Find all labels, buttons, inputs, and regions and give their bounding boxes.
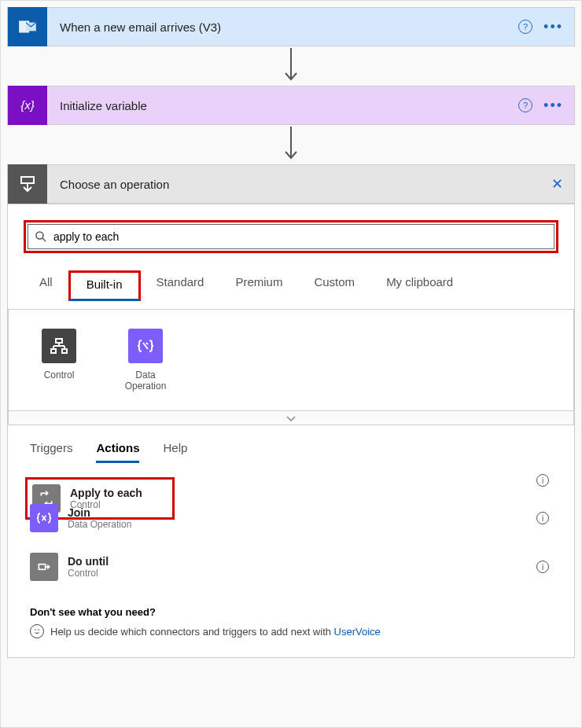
data-operation-icon <box>128 329 163 363</box>
connector-control-label: Control <box>28 370 90 381</box>
action-do-until[interactable]: Do until Control i <box>30 546 552 587</box>
action-subtitle: Data Operation <box>68 519 131 530</box>
tab-actions[interactable]: Actions <box>96 441 139 463</box>
help-icon[interactable]: ? <box>518 98 532 112</box>
svg-rect-5 <box>21 177 34 183</box>
info-icon[interactable]: i <box>536 512 549 524</box>
info-icon[interactable]: i <box>536 561 549 573</box>
do-until-icon <box>30 553 58 581</box>
svg-text:{x}: {x} <box>20 98 35 112</box>
tab-built-in[interactable]: Built-in <box>68 270 141 301</box>
action-list: Apply to each Control i Join Data Operat… <box>8 463 574 587</box>
tab-all[interactable]: All <box>24 270 68 301</box>
choose-operation-title: Choose an operation <box>47 178 551 191</box>
operation-panel: All Built-in Standard Premium Custom My … <box>7 204 575 658</box>
control-icon <box>42 329 76 363</box>
svg-point-20 <box>38 629 39 631</box>
svg-rect-14 <box>51 349 56 353</box>
step-email-trigger[interactable]: When a new email arrives (V3) ? ••• <box>7 7 575 46</box>
help-icon[interactable]: ? <box>518 20 532 34</box>
action-title: Apply to each <box>70 487 142 499</box>
close-icon[interactable]: ✕ <box>551 175 574 193</box>
chevron-down-icon <box>285 414 297 422</box>
tab-triggers[interactable]: Triggers <box>30 441 72 463</box>
flow-arrow-icon <box>7 125 575 164</box>
variable-icon: {x} <box>8 86 47 125</box>
choose-operation-icon <box>8 164 47 204</box>
action-title: Do until <box>68 555 109 568</box>
svg-point-19 <box>35 629 36 631</box>
search-input[interactable] <box>53 230 547 243</box>
action-subtitle: Control <box>68 568 109 579</box>
step-initialize-variable[interactable]: {x} Initialize variable ? ••• <box>7 86 575 125</box>
join-icon <box>30 504 58 532</box>
info-icon[interactable]: i <box>536 474 549 487</box>
action-title: Join <box>68 506 131 519</box>
uservoice-link[interactable]: UserVoice <box>334 626 381 638</box>
svg-line-8 <box>42 238 46 241</box>
svg-rect-15 <box>62 349 67 353</box>
tab-my-clipboard[interactable]: My clipboard <box>370 270 469 301</box>
search-box[interactable] <box>28 224 554 249</box>
step-email-title: When a new email arrives (V3) <box>47 20 518 34</box>
smiley-icon <box>30 624 44 638</box>
tab-premium[interactable]: Premium <box>219 270 298 301</box>
tab-standard[interactable]: Standard <box>141 270 220 301</box>
expand-connectors-button[interactable] <box>8 411 574 425</box>
footer-prompt: Help us decide which connectors and trig… <box>50 626 334 638</box>
step-variable-title: Initialize variable <box>47 99 518 112</box>
flow-arrow-icon <box>7 46 575 86</box>
outlook-icon <box>8 7 47 46</box>
svg-rect-9 <box>56 339 62 343</box>
svg-point-7 <box>36 232 43 239</box>
search-icon <box>35 230 47 243</box>
connector-data-operation[interactable]: Data Operation <box>114 329 177 392</box>
connector-data-label: Data Operation <box>114 370 177 392</box>
connectors-row: Control Data Operation <box>8 309 574 411</box>
tab-help[interactable]: Help <box>163 441 187 463</box>
footer-question: Don't see what you need? <box>30 606 552 618</box>
result-tabs: Triggers Actions Help <box>8 425 574 463</box>
connector-control[interactable]: Control <box>28 329 90 392</box>
choose-operation-header: Choose an operation ✕ <box>7 164 575 204</box>
svg-rect-18 <box>39 564 45 570</box>
search-highlight <box>24 220 558 253</box>
category-tabs: All Built-in Standard Premium Custom My … <box>24 270 558 301</box>
tab-custom[interactable]: Custom <box>298 270 370 301</box>
footer: Don't see what you need? Help us decide … <box>8 587 574 657</box>
